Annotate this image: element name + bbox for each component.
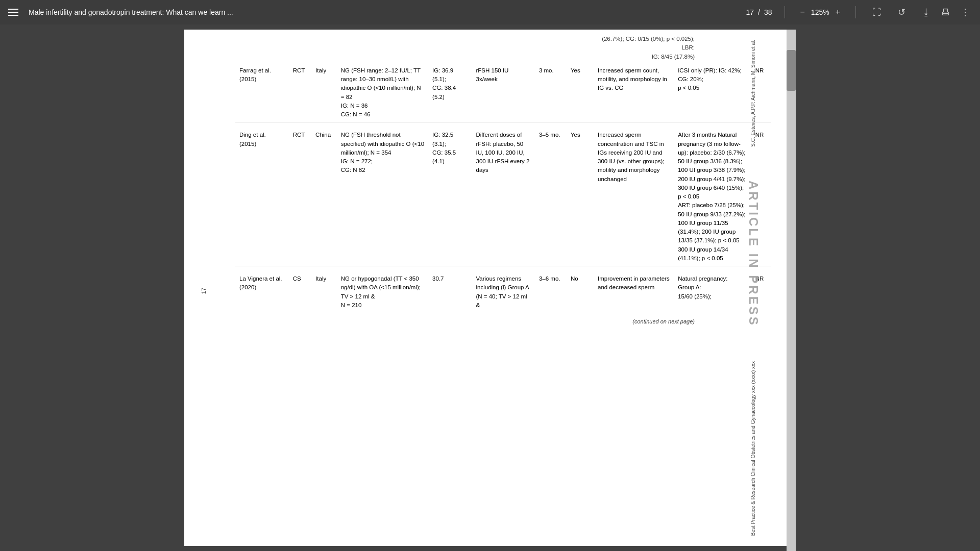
download-button[interactable]: ⭳ xyxy=(918,4,935,21)
cell-country: Italy xyxy=(311,63,337,122)
study-table: Farrag et al. (2015) RCT Italy NG (FSH r… xyxy=(235,63,771,313)
cell-intervention: Different doses of rFSH: placebo, 50 IU,… xyxy=(472,122,534,266)
cell-controlled: Yes xyxy=(567,63,594,122)
cell-country: Italy xyxy=(311,266,337,313)
cell-author: Ding et al. (2015) xyxy=(235,122,289,266)
toolbar-right: ⭳ 🖶 ⋮ xyxy=(918,4,974,21)
cell-sperm-outcome: Increased sperm count, motility, and mor… xyxy=(594,63,674,122)
cell-study-type: RCT xyxy=(289,122,311,266)
cell-sperm-outcome: Improvement in parameters and decreased … xyxy=(594,266,674,313)
cell-author: Farrag et al. (2015) xyxy=(235,63,289,122)
main-area: 17 (26.7%); CG: 0/15 (0%); p < 0.025); L… xyxy=(0,24,980,551)
top-continuation: (26.7%); CG: 0/15 (0%); p < 0.025); LBR:… xyxy=(235,35,771,63)
cell-controlled: No xyxy=(567,266,594,313)
cell-intervention: Various regimens including (i) Group A (… xyxy=(472,266,534,313)
cell-intervention: rFSH 150 IU 3x/week xyxy=(472,63,534,122)
fit-page-button[interactable]: ⛶ xyxy=(868,4,886,21)
zoom-in-button[interactable]: + xyxy=(832,6,843,19)
page-total: 38 xyxy=(764,8,772,16)
table-row: Ding et al. (2015) RCT China NG (FSH thr… xyxy=(235,122,771,266)
separator-2 xyxy=(855,6,856,18)
cell-study-type: RCT xyxy=(289,63,311,122)
document-page: 17 (26.7%); CG: 0/15 (0%); p < 0.025); L… xyxy=(184,30,787,546)
page-separator: / xyxy=(758,8,760,16)
top-text-1: (26.7%); CG: 0/15 (0%); p < 0.025); xyxy=(235,35,695,43)
cell-duration: 3–5 mo. xyxy=(535,122,567,266)
cell-age: IG: 36.9 (5.1); CG: 38.4 (5.2) xyxy=(428,63,472,122)
toolbar: Male infertility and gonadotropin treatm… xyxy=(0,0,980,24)
top-text-3: IG: 8/45 (17.8%) xyxy=(235,53,695,61)
cell-author: La Vignera et al. (2020) xyxy=(235,266,289,313)
cell-study-type: CS xyxy=(289,266,311,313)
table-row: Farrag et al. (2015) RCT Italy NG (FSH r… xyxy=(235,63,771,122)
document-title: Male infertility and gonadotropin treatm… xyxy=(29,8,738,16)
cell-duration: 3 mo. xyxy=(535,63,567,122)
zoom-out-button[interactable]: − xyxy=(797,6,808,19)
cell-age: IG: 32.5 (3.1); CG: 35.5 (4.1) xyxy=(428,122,472,266)
cell-sperm-outcome: Increased sperm concentration and TSC in… xyxy=(594,122,674,266)
side-label-authors: S.C. Esteves, A.P.P. Aichmann, M. Simoni… xyxy=(750,40,757,147)
cell-population: NG or hypogonadal (TT < 350 ng/dl) with … xyxy=(337,266,428,313)
cell-population: NG (FSH range: 2–12 IU/L; TT range: 10–3… xyxy=(337,63,428,122)
cell-country: China xyxy=(311,122,337,266)
scrollbar-thumb[interactable] xyxy=(787,50,796,91)
cell-age: 30.7 xyxy=(428,266,472,313)
cell-duration: 3–6 mo. xyxy=(535,266,567,313)
history-button[interactable]: ↺ xyxy=(894,4,910,21)
cell-controlled: Yes xyxy=(567,122,594,266)
separator-1 xyxy=(785,6,785,18)
continued-note: (continued on next page) xyxy=(235,313,771,326)
side-label-article: ARTICLE IN PRESS xyxy=(744,147,763,361)
top-text-2: LBR: xyxy=(235,43,695,52)
zoom-level: 125% xyxy=(811,8,829,16)
side-label-journal: Best Practice & Research Clinical Obstet… xyxy=(750,361,757,536)
page-number-margin: 17 xyxy=(200,288,208,294)
scrollbar[interactable] xyxy=(787,30,796,551)
page-navigation: 17 / 38 xyxy=(746,8,772,16)
table-row: La Vignera et al. (2020) CS Italy NG or … xyxy=(235,266,771,313)
side-labels: S.C. Esteves, A.P.P. Aichmann, M. Simoni… xyxy=(720,30,787,546)
print-button[interactable]: 🖶 xyxy=(937,4,954,21)
page-current: 17 xyxy=(746,8,754,16)
zoom-controls: − 125% + xyxy=(797,6,844,19)
continued-note-text: (continued on next page) xyxy=(632,318,695,324)
menu-icon[interactable] xyxy=(6,7,20,18)
cell-population: NG (FSH threshold not specified) with id… xyxy=(337,122,428,266)
more-button[interactable]: ⋮ xyxy=(957,4,974,21)
